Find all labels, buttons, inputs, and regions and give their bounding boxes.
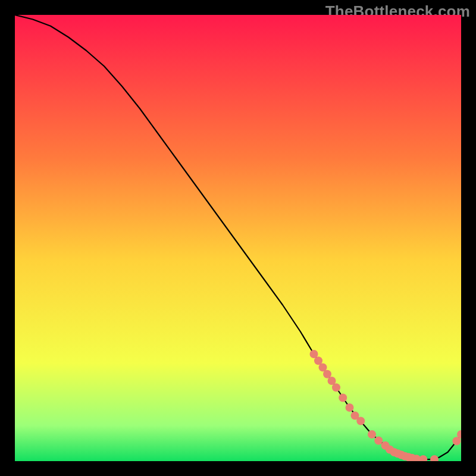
plot-area	[15, 15, 461, 461]
data-point	[374, 437, 383, 445]
chart-frame: TheBottleneck.com	[0, 0, 476, 476]
data-point	[339, 394, 347, 402]
data-point	[332, 383, 340, 392]
data-point	[356, 417, 365, 425]
plot-svg	[15, 15, 461, 461]
data-point	[368, 430, 376, 439]
data-point	[346, 403, 354, 412]
gradient-background	[15, 15, 461, 461]
